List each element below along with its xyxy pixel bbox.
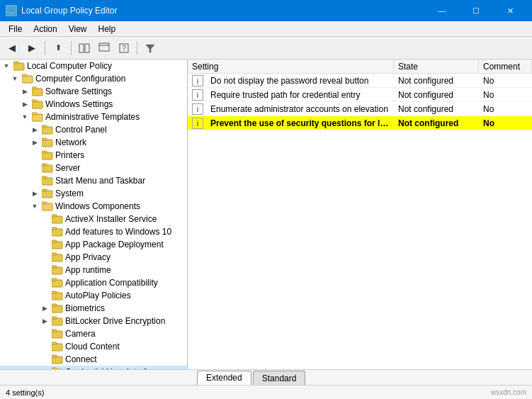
list-row-2[interactable]: i Require trusted path for credential en…: [188, 88, 532, 102]
app-package-label: App Package Deployment: [65, 240, 164, 249]
tree-item-bitlocker[interactable]: ▶ BitLocker Drive Encryption: [0, 315, 187, 327]
software-settings-expand[interactable]: ▶: [20, 86, 30, 96]
setting-icon-4: i: [192, 118, 203, 129]
windows-settings-expand[interactable]: ▶: [20, 99, 30, 109]
tree-item-computer-config[interactable]: ▼ Computer Configuration: [0, 72, 187, 85]
biometrics-expand[interactable]: ▶: [40, 303, 50, 313]
up-button[interactable]: ⬆: [49, 40, 67, 57]
tree-item-connect[interactable]: ▶ Connect: [0, 353, 187, 366]
tree-item-credential-ui[interactable]: ▶ Credential User Interface: [0, 366, 187, 369]
list-row-4[interactable]: i Prevent the use of security questions …: [188, 116, 532, 130]
svg-rect-14: [32, 87, 37, 89]
svg-marker-8: [146, 45, 154, 52]
filter-button[interactable]: [141, 40, 159, 57]
new-window-button[interactable]: [95, 40, 113, 57]
close-button[interactable]: ✕: [494, 0, 526, 21]
biometrics-label: Biometrics: [65, 303, 105, 313]
camera-icon: [52, 329, 63, 339]
autoplay-icon: [52, 291, 63, 300]
tree-item-server[interactable]: ▶ Server: [0, 162, 187, 174]
svg-rect-20: [42, 125, 47, 128]
col-header-state[interactable]: State: [394, 60, 479, 73]
computer-config-label: Computer Configuration: [35, 74, 125, 84]
window-controls: — ☐ ✕: [426, 0, 526, 21]
tree-item-activex[interactable]: ▶ ActiveX Installer Service: [0, 213, 187, 225]
tree-item-network[interactable]: ▶ Network: [0, 136, 187, 149]
app-compat-label: Application Compatibility: [65, 278, 158, 288]
comment-4: No: [479, 118, 532, 128]
menu-help[interactable]: Help: [93, 23, 122, 35]
menu-action[interactable]: Action: [28, 23, 62, 35]
system-label: System: [55, 189, 84, 198]
tree-root[interactable]: ▼ Local Computer Policy: [0, 60, 187, 72]
tab-standard[interactable]: Standard: [253, 371, 306, 385]
menu-file[interactable]: File: [3, 23, 28, 35]
tree-item-app-privacy[interactable]: ▶ App Privacy: [0, 251, 187, 264]
tree-item-admin-templates[interactable]: ▼ Administrative Templates: [0, 111, 187, 123]
tree-item-windows-settings[interactable]: ▶ Windows Settings: [0, 98, 187, 111]
tab-extended[interactable]: Extended: [197, 371, 251, 385]
tree-item-system[interactable]: ▶ System: [0, 187, 187, 200]
col-header-comment[interactable]: Comment: [479, 60, 532, 73]
back-button[interactable]: ◀: [3, 40, 21, 57]
tree-item-app-runtime[interactable]: ▶ App runtime: [0, 264, 187, 276]
tree-item-printers[interactable]: ▶ Printers: [0, 149, 187, 162]
system-icon: [42, 189, 53, 198]
svg-rect-28: [42, 176, 47, 179]
windows-components-label: Windows Components: [55, 201, 140, 211]
control-panel-icon: [42, 125, 53, 135]
connect-label: Connect: [65, 354, 97, 364]
list-view[interactable]: Setting State Comment i Do not display t…: [188, 60, 532, 369]
app-runtime-label: App runtime: [65, 265, 111, 275]
tree-item-windows-components[interactable]: ▼ Windows Components: [0, 200, 187, 213]
computer-config-expand[interactable]: ▼: [10, 74, 20, 84]
server-icon: [42, 163, 53, 173]
forward-button[interactable]: ▶: [23, 40, 41, 57]
svg-rect-54: [52, 342, 57, 344]
list-row-1[interactable]: i Do not display the password reveal but…: [188, 74, 532, 88]
tree-item-control-panel[interactable]: ▶ Control Panel: [0, 123, 187, 136]
admin-templates-icon: [32, 112, 43, 122]
computer-config-icon: [22, 74, 33, 84]
minimize-button[interactable]: —: [426, 0, 458, 21]
credential-ui-label: Credential User Interface: [65, 367, 159, 369]
tree-panel[interactable]: ▼ Local Computer Policy ▼ Computer Confi…: [0, 60, 188, 369]
window-title: Local Group Policy Editor: [21, 6, 117, 16]
network-expand[interactable]: ▶: [30, 137, 40, 147]
root-icon: [13, 61, 25, 71]
tree-item-camera[interactable]: ▶ Camera: [0, 327, 187, 340]
start-menu-label: Start Menu and Taskbar: [55, 176, 145, 186]
tree-item-start-menu[interactable]: ▶ Start Menu and Taskbar: [0, 174, 187, 187]
start-menu-icon: [42, 176, 53, 186]
tree-item-add-features[interactable]: ▶ Add features to Windows 10: [0, 225, 187, 238]
col-header-setting[interactable]: Setting: [188, 60, 394, 73]
title-bar-left: Local Group Policy Editor: [6, 5, 117, 16]
tree-item-biometrics[interactable]: ▶ Biometrics: [0, 302, 187, 315]
control-panel-expand[interactable]: ▶: [30, 125, 40, 135]
list-row-3[interactable]: i Enumerate administrator accounts on el…: [188, 102, 532, 116]
bitlocker-expand[interactable]: ▶: [40, 316, 50, 326]
svg-rect-22: [42, 138, 47, 140]
show-hide-tree-button[interactable]: [75, 40, 94, 57]
svg-rect-50: [52, 317, 57, 319]
menu-view[interactable]: View: [63, 23, 93, 35]
app-compat-icon: [52, 278, 63, 288]
network-label: Network: [55, 137, 86, 147]
tree-item-autoplay[interactable]: ▶ AutoPlay Policies: [0, 289, 187, 302]
tree-item-app-compat[interactable]: ▶ Application Compatibility: [0, 276, 187, 289]
svg-rect-48: [52, 304, 57, 306]
maximize-button[interactable]: ☐: [460, 0, 492, 21]
root-expand[interactable]: ▼: [1, 61, 11, 71]
windows-components-expand[interactable]: ▼: [30, 201, 40, 211]
admin-templates-expand[interactable]: ▼: [20, 112, 30, 122]
system-expand[interactable]: ▶: [30, 189, 40, 198]
tree-item-app-package[interactable]: ▶ App Package Deployment: [0, 238, 187, 251]
comment-2: No: [479, 90, 532, 100]
tree-item-cloud-content[interactable]: ▶ Cloud Content: [0, 340, 187, 353]
toolbar: ◀ ▶ ⬆ ?: [0, 37, 532, 60]
help-button[interactable]: ?: [115, 40, 133, 57]
tree-item-software-settings[interactable]: ▶ Software Settings: [0, 85, 187, 98]
control-panel-label: Control Panel: [55, 125, 107, 135]
svg-rect-26: [42, 164, 47, 166]
comment-1: No: [479, 76, 532, 86]
